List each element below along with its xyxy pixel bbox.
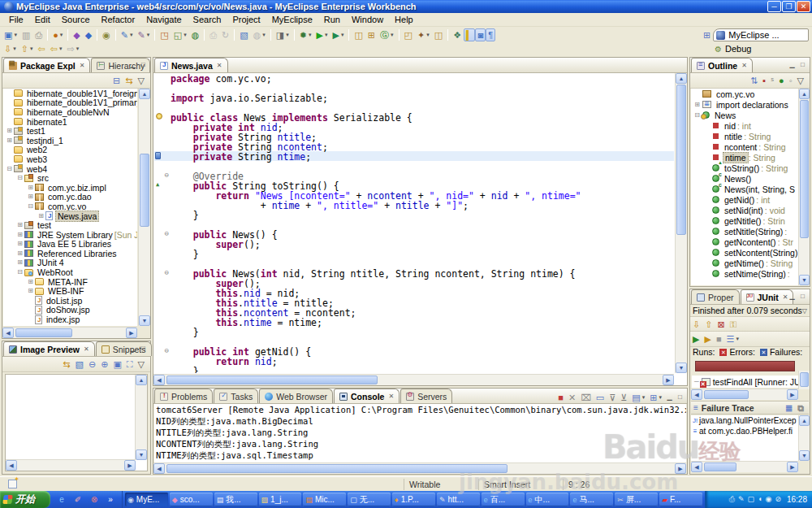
open-wizard-icon[interactable]: ◫ (352, 28, 365, 41)
scroll-right-icon[interactable]: ▶ (675, 463, 686, 474)
perspective-debug-button[interactable]: ⚙ Debug (703, 44, 809, 54)
outline-item-tostring-[interactable]: toString() : String (691, 163, 798, 173)
scroll-down-icon[interactable]: ▼ (676, 363, 687, 373)
title-bar[interactable]: MyEclipse Java Enterprise - web4/src/com… (0, 0, 812, 13)
expander-icon[interactable]: ⊟ (26, 202, 35, 211)
maximize-button[interactable]: □ (797, 60, 808, 70)
code-line[interactable]: super(); (154, 239, 674, 249)
package-explorer-hscrollbar[interactable]: ◀ ▶ (2, 327, 137, 338)
tab-servers[interactable]: Servers (400, 389, 452, 403)
image-preview-vscrollbar[interactable]: ▲ ▼ (135, 375, 147, 460)
zoom-out-icon[interactable]: ⊖ (86, 358, 98, 371)
menu-run[interactable]: Run (318, 14, 346, 25)
scrollbar-thumb[interactable] (166, 376, 378, 384)
failure-trace-line[interactable]: J!java.lang.NullPointerExcep (691, 415, 798, 426)
tree-item-web3[interactable]: web3 (3, 154, 137, 164)
dropdown-arrow-icon[interactable]: ▾ (30, 46, 33, 52)
expander-icon[interactable]: ⊞ (5, 137, 14, 145)
scroll-left-icon[interactable]: ◀ (691, 389, 702, 400)
outline-item-ntitle[interactable]: ntitle : String (691, 131, 798, 141)
code-line[interactable]: package com.yc.vo; (154, 73, 674, 83)
internet-explorer-icon[interactable]: e (55, 493, 68, 506)
dropdown-arrow-icon[interactable]: ▾ (76, 46, 80, 52)
fast-view-icon[interactable] (8, 480, 17, 488)
dropdown-arrow-icon[interactable]: ▾ (147, 32, 150, 38)
image-preview-hscrollbar[interactable]: ◀ ▶ (6, 459, 136, 471)
start-button[interactable]: 开始 (0, 491, 50, 508)
collapse-all-icon[interactable]: ⊟ (110, 74, 123, 87)
failure-trace-hscrollbar[interactable]: ◀ ▶ (691, 461, 798, 472)
zoom-in-icon[interactable]: ⊕ (98, 358, 110, 371)
scroll-right-icon[interactable]: ▶ (124, 460, 136, 471)
refresh-workspace-icon[interactable]: Ⓖ▾ (378, 28, 396, 41)
code-line[interactable]: private String ntime; (154, 151, 674, 161)
taskbar-button-htt[interactable]: ✎htt... (437, 493, 480, 506)
taskbar-button-[interactable]: e中... (526, 493, 569, 506)
tree-item-testjndi-1[interactable]: ⊞testjndi_1 (3, 136, 137, 145)
expander-icon[interactable]: ⊟ (15, 268, 24, 276)
junit-view-menu-icon[interactable]: ▽ (802, 307, 807, 315)
code-line[interactable]: import java.io.Serializable; (154, 93, 674, 102)
restore-window-button[interactable]: ❐ (782, 1, 796, 12)
expander-icon[interactable]: ⊞ (26, 278, 35, 286)
tab-properties[interactable]: Proper (691, 289, 740, 304)
code-line[interactable]: ⊖ public int getNid() { (154, 346, 674, 356)
network-icon[interactable]: ◖ (758, 495, 762, 504)
scrollbar-thumb[interactable] (800, 100, 809, 238)
expander-icon[interactable]: ⊞ (26, 287, 35, 295)
code-line[interactable]: private String ncontent; (154, 141, 674, 151)
outline-item-news[interactable]: ⊟News (691, 110, 798, 120)
dropdown-arrow-icon[interactable]: ▾ (642, 394, 646, 401)
expander-icon[interactable]: ⊞ (26, 184, 35, 192)
dropdown-arrow-icon[interactable]: ▾ (659, 394, 662, 401)
tree-item-webroot[interactable]: ⊟WebRoot (3, 267, 137, 277)
code-line[interactable]: this.ntitle = ntitle; (154, 297, 674, 307)
code-line[interactable]: return "News [ncontent=" + ncontent + ",… (154, 190, 674, 200)
tab-news-java[interactable]: News.java ✕ (154, 58, 228, 72)
scroll-right-icon[interactable]: ▶ (787, 462, 798, 472)
junit-test-row[interactable]: ─ testFindAll [Runner: JUni (692, 376, 798, 388)
minimize-button[interactable]: ▁ (127, 344, 138, 354)
tree-item-dolist-jsp[interactable]: doList.jsp (3, 296, 137, 306)
view-menu-icon[interactable]: ▽ (136, 74, 147, 87)
scroll-left-icon[interactable]: ◀ (153, 375, 165, 385)
minimize-button[interactable]: ▁ (787, 292, 797, 302)
editor-vscrollbar[interactable]: ▲ ▼ (675, 73, 687, 373)
tab-package-explorer[interactable]: Package Expl ✕ (3, 58, 90, 72)
dropdown-arrow-icon[interactable]: ▾ (60, 32, 63, 38)
close-icon[interactable]: ✕ (80, 62, 85, 69)
tree-item-test[interactable]: ⊞test (3, 220, 137, 230)
outline-item-getnid-[interactable]: getNid() : int (691, 194, 798, 205)
sort-icon[interactable]: ⇅ (748, 74, 760, 87)
next-failure-icon[interactable]: ⇩ (690, 318, 702, 331)
outline-item-getntime-[interactable]: getNtime() : String (691, 258, 798, 268)
code-line[interactable]: return nid; (154, 356, 674, 366)
display-selected-console-icon[interactable]: ▤▾ (629, 391, 647, 404)
search-icon[interactable]: ✦▾ (415, 28, 432, 41)
dropdown-arrow-icon[interactable]: ▾ (325, 32, 328, 38)
open-type-icon[interactable]: ◰ (402, 28, 415, 41)
outline-item-ncontent[interactable]: ncontent : String (691, 141, 798, 152)
new-junit-icon[interactable]: ⊞ (365, 28, 378, 41)
more-quicklaunch-icon[interactable]: » (104, 493, 117, 506)
package-explorer-vscrollbar[interactable]: ▲ ▼ (138, 89, 150, 326)
forward-annotation-icon[interactable]: ⇧▾ (19, 42, 36, 55)
tree-item-com-yc-biz-impl[interactable]: ⊞com.yc.biz.impl (3, 183, 137, 193)
actual-size-icon[interactable]: ▣ (110, 358, 123, 371)
scroll-right-icon[interactable]: ▶ (126, 328, 137, 338)
display-icon[interactable]: ▢ (748, 495, 755, 504)
outline-item-ntime[interactable]: ntime : String (691, 152, 798, 163)
taskbar-button-mic[interactable]: ▤Mic... (303, 493, 346, 506)
tree-item-jre-system-library[interactable]: ⊞JRE System Library [Sun JDK 1. (3, 230, 137, 240)
hide-fields-icon[interactable]: ▪ (760, 74, 768, 87)
outline-item-import-declarations[interactable]: ⊞import declarations (691, 99, 798, 110)
dropdown-arrow-icon[interactable]: ▾ (426, 32, 430, 38)
code-line[interactable]: this.ntime = ntime; (154, 317, 674, 327)
outline-item-setntitle-string-[interactable]: setNtitle(String) : (691, 226, 798, 237)
debug-icon[interactable]: ✹▾ (297, 28, 314, 41)
taskbar-button-sco[interactable]: ◆sco... (170, 493, 213, 506)
jsp-wizard-icon[interactable]: ◳ (158, 28, 171, 41)
tree-item-web4[interactable]: ⊟web4 (3, 164, 137, 174)
console-output[interactable]: tomcat6Server [Remote Java Application] … (154, 404, 686, 462)
expander-icon[interactable]: ⊞ (26, 193, 35, 201)
